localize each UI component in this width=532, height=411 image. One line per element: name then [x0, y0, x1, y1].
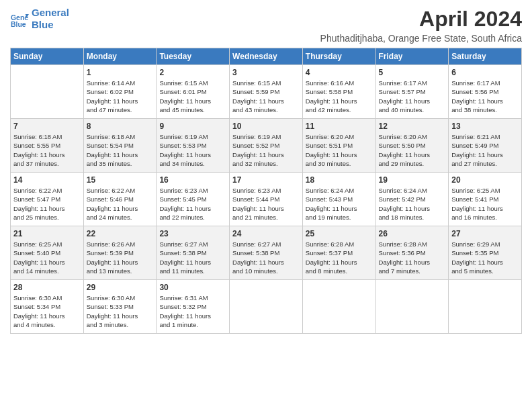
day-info: Sunrise: 6:20 AM Sunset: 5:51 PM Dayligh…: [306, 132, 373, 168]
day-info: Sunrise: 6:30 AM Sunset: 5:34 PM Dayligh…: [13, 293, 81, 329]
day-info: Sunrise: 6:21 AM Sunset: 5:49 PM Dayligh…: [451, 132, 519, 168]
day-number: 13: [451, 122, 519, 131]
calendar-cell: 18Sunrise: 6:24 AM Sunset: 5:43 PM Dayli…: [302, 173, 375, 226]
day-number: 27: [451, 229, 519, 238]
calendar-cell: 12Sunrise: 6:20 AM Sunset: 5:50 PM Dayli…: [375, 119, 449, 173]
calendar-cell: 7Sunrise: 6:18 AM Sunset: 5:55 PM Daylig…: [11, 119, 84, 173]
calendar-cell: 28Sunrise: 6:30 AM Sunset: 5:34 PM Dayli…: [11, 280, 84, 334]
day-number: 2: [159, 68, 226, 77]
calendar-cell: 2Sunrise: 6:15 AM Sunset: 6:01 PM Daylig…: [157, 65, 230, 119]
day-number: 8: [87, 122, 154, 131]
calendar-cell: 22Sunrise: 6:26 AM Sunset: 5:39 PM Dayli…: [83, 226, 157, 280]
col-header-friday: Friday: [375, 48, 449, 65]
col-header-monday: Monday: [83, 48, 157, 65]
calendar-cell: 1Sunrise: 6:14 AM Sunset: 6:02 PM Daylig…: [83, 65, 157, 119]
day-number: 28: [13, 283, 81, 292]
day-info: Sunrise: 6:31 AM Sunset: 5:32 PM Dayligh…: [159, 293, 226, 329]
calendar-cell: 6Sunrise: 6:17 AM Sunset: 5:56 PM Daylig…: [449, 65, 522, 119]
day-number: 24: [232, 229, 300, 238]
day-number: 22: [87, 229, 154, 238]
day-info: Sunrise: 6:24 AM Sunset: 5:42 PM Dayligh…: [379, 186, 446, 222]
calendar-cell: 20Sunrise: 6:25 AM Sunset: 5:41 PM Dayli…: [449, 173, 522, 226]
day-number: 17: [232, 175, 300, 185]
calendar-week-row: 14Sunrise: 6:22 AM Sunset: 5:47 PM Dayli…: [11, 173, 522, 226]
calendar-cell: [302, 280, 375, 334]
calendar-cell: 8Sunrise: 6:18 AM Sunset: 5:54 PM Daylig…: [83, 119, 157, 173]
day-info: Sunrise: 6:24 AM Sunset: 5:43 PM Dayligh…: [306, 186, 373, 222]
day-number: 18: [306, 175, 373, 185]
calendar-cell: 24Sunrise: 6:27 AM Sunset: 5:38 PM Dayli…: [230, 226, 303, 280]
day-number: 7: [13, 122, 81, 131]
day-number: 6: [451, 68, 519, 77]
day-info: Sunrise: 6:16 AM Sunset: 5:58 PM Dayligh…: [306, 79, 373, 114]
day-info: Sunrise: 6:23 AM Sunset: 5:44 PM Dayligh…: [232, 186, 300, 222]
col-header-thursday: Thursday: [302, 48, 375, 65]
calendar-cell: 29Sunrise: 6:30 AM Sunset: 5:33 PM Dayli…: [83, 280, 157, 334]
day-info: Sunrise: 6:28 AM Sunset: 5:36 PM Dayligh…: [379, 240, 446, 275]
calendar-cell: 16Sunrise: 6:23 AM Sunset: 5:45 PM Dayli…: [157, 173, 230, 226]
calendar-cell: 26Sunrise: 6:28 AM Sunset: 5:36 PM Dayli…: [375, 226, 449, 280]
day-info: Sunrise: 6:25 AM Sunset: 5:41 PM Dayligh…: [451, 186, 519, 222]
day-number: 4: [306, 68, 373, 77]
svg-text:Blue: Blue: [11, 20, 26, 28]
day-number: 29: [87, 283, 154, 292]
calendar-cell: 25Sunrise: 6:28 AM Sunset: 5:37 PM Dayli…: [302, 226, 375, 280]
calendar-week-row: 7Sunrise: 6:18 AM Sunset: 5:55 PM Daylig…: [11, 119, 522, 173]
day-number: 9: [159, 122, 226, 131]
day-info: Sunrise: 6:17 AM Sunset: 5:57 PM Dayligh…: [379, 79, 446, 114]
day-number: 3: [232, 68, 300, 77]
col-header-saturday: Saturday: [449, 48, 522, 65]
calendar-week-row: 21Sunrise: 6:25 AM Sunset: 5:40 PM Dayli…: [11, 226, 522, 280]
calendar-table: SundayMondayTuesdayWednesdayThursdayFrid…: [10, 48, 522, 334]
day-number: 16: [159, 175, 226, 185]
day-info: Sunrise: 6:23 AM Sunset: 5:45 PM Dayligh…: [159, 186, 226, 222]
calendar-cell: 27Sunrise: 6:29 AM Sunset: 5:35 PM Dayli…: [449, 226, 522, 280]
calendar-cell: 4Sunrise: 6:16 AM Sunset: 5:58 PM Daylig…: [302, 65, 375, 119]
calendar-week-row: 1Sunrise: 6:14 AM Sunset: 6:02 PM Daylig…: [11, 65, 522, 119]
calendar-cell: 19Sunrise: 6:24 AM Sunset: 5:42 PM Dayli…: [375, 173, 449, 226]
day-number: 1: [87, 68, 154, 77]
logo-text: General Blue: [32, 7, 69, 31]
day-number: 21: [13, 229, 81, 238]
col-header-sunday: Sunday: [11, 48, 84, 65]
calendar-cell: [375, 280, 449, 334]
day-number: 19: [379, 175, 446, 185]
calendar-cell: 3Sunrise: 6:15 AM Sunset: 5:59 PM Daylig…: [230, 65, 303, 119]
day-number: 20: [451, 175, 519, 185]
day-info: Sunrise: 6:27 AM Sunset: 5:38 PM Dayligh…: [159, 240, 226, 275]
calendar-cell: 5Sunrise: 6:17 AM Sunset: 5:57 PM Daylig…: [375, 65, 449, 119]
day-number: 23: [159, 229, 226, 238]
day-info: Sunrise: 6:25 AM Sunset: 5:40 PM Dayligh…: [13, 240, 81, 275]
day-number: 15: [87, 175, 154, 185]
calendar-cell: 21Sunrise: 6:25 AM Sunset: 5:40 PM Dayli…: [11, 226, 84, 280]
title-block: April 2024 Phuthaditjhaba, Orange Free S…: [320, 7, 522, 44]
day-info: Sunrise: 6:19 AM Sunset: 5:53 PM Dayligh…: [159, 132, 226, 168]
day-number: 30: [159, 283, 226, 292]
day-info: Sunrise: 6:30 AM Sunset: 5:33 PM Dayligh…: [87, 293, 154, 329]
calendar-cell: 30Sunrise: 6:31 AM Sunset: 5:32 PM Dayli…: [157, 280, 230, 334]
day-info: Sunrise: 6:17 AM Sunset: 5:56 PM Dayligh…: [451, 79, 519, 114]
calendar-cell: 11Sunrise: 6:20 AM Sunset: 5:51 PM Dayli…: [302, 119, 375, 173]
day-info: Sunrise: 6:18 AM Sunset: 5:54 PM Dayligh…: [87, 132, 154, 168]
day-info: Sunrise: 6:26 AM Sunset: 5:39 PM Dayligh…: [87, 240, 154, 275]
day-number: 26: [379, 229, 446, 238]
day-info: Sunrise: 6:22 AM Sunset: 5:47 PM Dayligh…: [13, 186, 81, 222]
col-header-tuesday: Tuesday: [157, 48, 230, 65]
day-info: Sunrise: 6:14 AM Sunset: 6:02 PM Dayligh…: [87, 79, 154, 114]
day-info: Sunrise: 6:15 AM Sunset: 5:59 PM Dayligh…: [232, 79, 300, 114]
month-title: April 2024: [320, 7, 522, 32]
day-number: 25: [306, 229, 373, 238]
calendar-cell: 17Sunrise: 6:23 AM Sunset: 5:44 PM Dayli…: [230, 173, 303, 226]
logo: General Blue General Blue: [10, 7, 69, 31]
day-number: 5: [379, 68, 446, 77]
col-header-wednesday: Wednesday: [230, 48, 303, 65]
day-number: 11: [306, 122, 373, 131]
calendar-cell: 10Sunrise: 6:19 AM Sunset: 5:52 PM Dayli…: [230, 119, 303, 173]
calendar-header-row: SundayMondayTuesdayWednesdayThursdayFrid…: [11, 48, 522, 65]
location-subtitle: Phuthaditjhaba, Orange Free State, South…: [320, 33, 522, 44]
day-info: Sunrise: 6:22 AM Sunset: 5:46 PM Dayligh…: [87, 186, 154, 222]
calendar-cell: 9Sunrise: 6:19 AM Sunset: 5:53 PM Daylig…: [157, 119, 230, 173]
day-number: 14: [13, 175, 81, 185]
page-header: General Blue General Blue April 2024 Phu…: [10, 7, 522, 44]
calendar-cell: [230, 280, 303, 334]
